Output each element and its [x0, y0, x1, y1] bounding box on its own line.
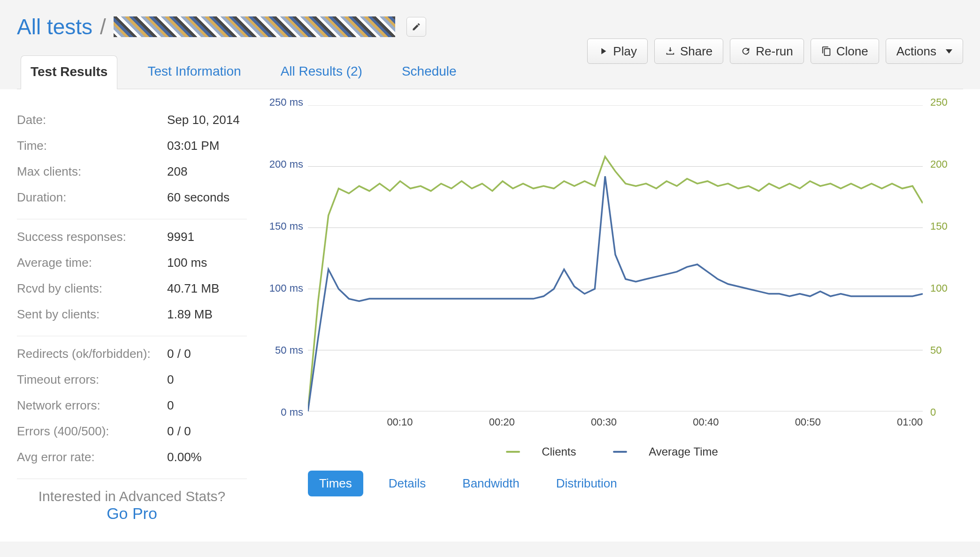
stats-value: 60 seconds	[167, 190, 230, 205]
promo: Interested in Advanced Stats? Go Pro	[17, 479, 247, 532]
chart-legend: Clients Average Time	[261, 442, 963, 458]
stats-label: Success responses:	[17, 230, 167, 244]
pencil-icon	[412, 22, 421, 31]
clone-icon	[821, 46, 832, 56]
stats-value: 40.71 MB	[167, 281, 219, 296]
stats-value: 9991	[167, 230, 194, 244]
chart-area: 0 ms50 ms100 ms150 ms200 ms250 ms 050100…	[247, 102, 963, 532]
test-name-redacted	[114, 16, 395, 37]
stats-label: Sent by clients:	[17, 307, 167, 322]
refresh-icon	[741, 46, 751, 56]
stats-value: 0 / 0	[167, 347, 191, 361]
clone-button[interactable]: Clone	[811, 39, 879, 64]
y-axis-left: 0 ms50 ms100 ms150 ms200 ms250 ms	[261, 102, 306, 412]
stats-label: Avg error rate:	[17, 450, 167, 464]
edit-name-button[interactable]	[406, 17, 426, 37]
series-clients	[308, 157, 923, 412]
rerun-label: Re-run	[756, 44, 793, 59]
stats-label: Errors (400/500):	[17, 424, 167, 439]
share-icon	[665, 46, 675, 56]
breadcrumb: All tests /	[17, 14, 963, 39]
stats-value: 0.00%	[167, 450, 202, 464]
x-tick: 00:10	[387, 416, 413, 428]
stats-row: Errors (400/500):0 / 0	[17, 418, 247, 444]
stats-label: Date:	[17, 113, 167, 127]
x-tick: 00:30	[591, 416, 617, 428]
chart-svg	[308, 105, 923, 411]
tab-all-results[interactable]: All Results (2)	[271, 55, 372, 89]
actions-dropdown[interactable]: Actions	[886, 39, 963, 64]
legend-clients: Clients	[498, 445, 584, 458]
chart-tab-details[interactable]: Details	[377, 471, 437, 496]
chart-tab-bandwidth[interactable]: Bandwidth	[451, 471, 530, 496]
action-bar: Play Share Re-run Clone Actions	[587, 39, 963, 64]
stats-group-basic: Date:Sep 10, 2014Time:03:01 PMMax client…	[17, 102, 247, 219]
play-button[interactable]: Play	[587, 39, 648, 64]
actions-label: Actions	[896, 44, 936, 59]
stats-value: 1.89 MB	[167, 307, 213, 322]
share-button[interactable]: Share	[654, 39, 723, 64]
legend-average-time: Average Time	[605, 445, 727, 458]
stats-row: Average time:100 ms	[17, 250, 247, 276]
breadcrumb-all-tests[interactable]: All tests	[17, 14, 92, 39]
tab-test-results[interactable]: Test Results	[21, 55, 117, 89]
stats-value: Sep 10, 2014	[167, 113, 240, 127]
share-label: Share	[680, 44, 712, 59]
stats-value: 0	[167, 398, 174, 413]
y-axis-right: 050100150200250	[927, 102, 956, 412]
x-tick: 00:40	[693, 416, 719, 428]
stats-label: Timeout errors:	[17, 372, 167, 387]
rerun-button[interactable]: Re-run	[730, 39, 804, 64]
chart-tab-times[interactable]: Times	[308, 471, 363, 496]
stats-value: 100 ms	[167, 255, 207, 270]
stats-value: 0	[167, 372, 174, 387]
stats-row: Avg error rate:0.00%	[17, 444, 247, 470]
stats-label: Rcvd by clients:	[17, 281, 167, 296]
tab-test-information[interactable]: Test Information	[138, 55, 250, 89]
stats-row: Network errors:0	[17, 393, 247, 418]
stats-row: Redirects (ok/forbidden):0 / 0	[17, 341, 247, 367]
stats-row: Date:Sep 10, 2014	[17, 107, 247, 133]
stats-row: Rcvd by clients:40.71 MB	[17, 276, 247, 302]
stats-value: 03:01 PM	[167, 139, 219, 153]
stats-value: 208	[167, 164, 187, 179]
stats-label: Network errors:	[17, 398, 167, 413]
breadcrumb-separator: /	[100, 14, 106, 39]
stats-value: 0 / 0	[167, 424, 191, 439]
stats-label: Max clients:	[17, 164, 167, 179]
stats-label: Average time:	[17, 255, 167, 270]
stats-row: Duration:60 seconds	[17, 185, 247, 210]
stats-row: Success responses:9991	[17, 224, 247, 250]
play-icon	[598, 46, 608, 56]
stats-label: Duration:	[17, 190, 167, 205]
legend-swatch-clients	[506, 451, 520, 453]
chart: 0 ms50 ms100 ms150 ms200 ms250 ms 050100…	[261, 102, 956, 436]
stats-label: Redirects (ok/forbidden):	[17, 347, 167, 361]
legend-swatch-avg	[613, 451, 627, 453]
stats-sidebar: Date:Sep 10, 2014Time:03:01 PMMax client…	[17, 102, 247, 532]
stats-row: Max clients:208	[17, 159, 247, 185]
clone-label: Clone	[836, 44, 868, 59]
series-average-time	[308, 176, 923, 411]
x-tick: 00:50	[795, 416, 821, 428]
stats-group-errors: Redirects (ok/forbidden):0 / 0Timeout er…	[17, 336, 247, 479]
stats-row: Time:03:01 PM	[17, 133, 247, 159]
stats-group-throughput: Success responses:9991Average time:100 m…	[17, 219, 247, 336]
stats-row: Timeout errors:0	[17, 367, 247, 393]
chart-tab-distribution[interactable]: Distribution	[545, 471, 628, 496]
promo-heading: Interested in Advanced Stats?	[17, 488, 247, 504]
chart-tabs: Times Details Bandwidth Distribution	[261, 471, 963, 496]
x-tick: 00:20	[489, 416, 515, 428]
stats-label: Time:	[17, 139, 167, 153]
x-axis: .00:1000:2000:3000:4000:5001:00	[308, 416, 923, 428]
stats-row: Sent by clients:1.89 MB	[17, 302, 247, 327]
play-label: Play	[613, 44, 637, 59]
tab-schedule[interactable]: Schedule	[392, 55, 466, 89]
x-tick: 01:00	[897, 416, 923, 428]
go-pro-link[interactable]: Go Pro	[107, 504, 157, 522]
